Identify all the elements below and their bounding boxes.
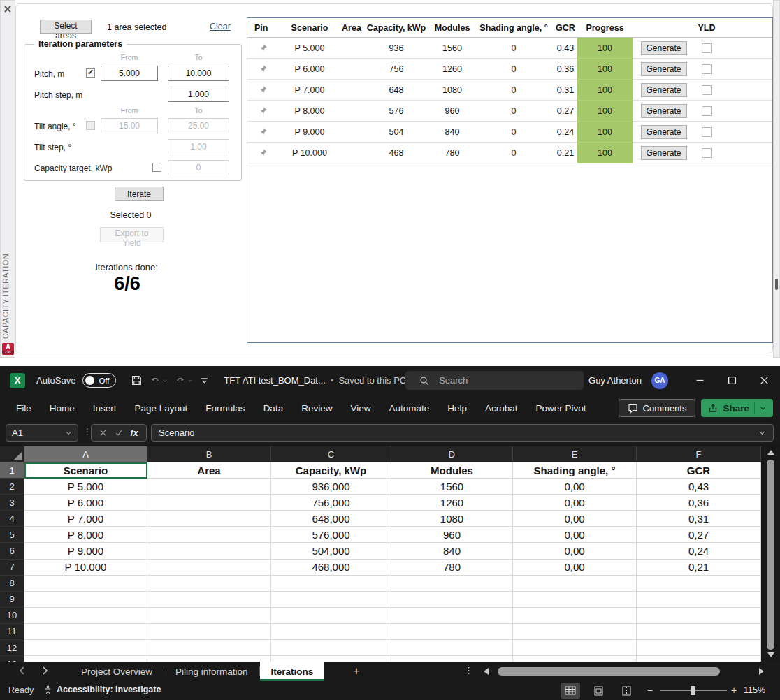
cell-d12[interactable]: [391, 640, 513, 656]
row-header-3[interactable]: 3: [0, 495, 24, 511]
cell-a13[interactable]: [24, 656, 147, 662]
name-box[interactable]: A1: [6, 424, 78, 442]
pin-cell[interactable]: [247, 143, 278, 163]
excel-app-icon[interactable]: X: [10, 373, 25, 388]
cell-c4[interactable]: 648,000: [271, 511, 391, 527]
cell-f6[interactable]: 0,24: [637, 543, 761, 559]
cell-b3[interactable]: [147, 495, 271, 511]
cell-d9[interactable]: [391, 592, 513, 608]
cell-e9[interactable]: [513, 592, 637, 608]
palette-resize-strip[interactable]: [773, 0, 780, 358]
cell-f11[interactable]: [637, 624, 761, 640]
horizontal-scrollbar-thumb[interactable]: [498, 667, 720, 676]
status-ready[interactable]: Ready: [8, 685, 34, 695]
pin-cell[interactable]: [247, 122, 278, 143]
autosave-toggle[interactable]: Off: [82, 373, 116, 388]
row-header-2[interactable]: 2: [0, 479, 24, 495]
column-header-b[interactable]: B: [147, 446, 271, 462]
tilt-from-input[interactable]: [101, 118, 158, 133]
column-header-f[interactable]: F: [637, 446, 761, 462]
scroll-down-icon[interactable]: [767, 652, 774, 657]
sheet-tab-project-overview[interactable]: Project Overview: [70, 662, 164, 681]
cell-d6[interactable]: 840: [391, 543, 513, 559]
cell-f13[interactable]: [637, 656, 761, 662]
vertical-scrollbar-thumb[interactable]: [767, 460, 774, 650]
cell-a1[interactable]: Scenario: [24, 462, 147, 479]
cell-a7[interactable]: P 10.000: [24, 560, 147, 576]
pin-cell[interactable]: [247, 38, 278, 59]
autocad-icon[interactable]: A CAD: [2, 343, 14, 355]
cell-b12[interactable]: [147, 640, 271, 656]
row-header-6[interactable]: 6: [0, 543, 24, 559]
search-box[interactable]: [405, 371, 584, 390]
view-page-break-button[interactable]: [616, 683, 636, 699]
maximize-button[interactable]: [716, 366, 748, 395]
cell-f1[interactable]: GCR: [637, 462, 761, 479]
formula-expand-chevron-icon[interactable]: [758, 429, 766, 437]
cell-c12[interactable]: [271, 640, 391, 656]
cell-a12[interactable]: [24, 640, 147, 656]
row-header-7[interactable]: 7: [0, 560, 24, 576]
zoom-in-button[interactable]: +: [731, 685, 737, 696]
row-header-12[interactable]: 12: [0, 640, 24, 656]
cell-a2[interactable]: P 5.000: [24, 479, 147, 495]
ribbon-tab-power-pivot[interactable]: Power Pivot: [527, 395, 595, 421]
name-box-chevron-icon[interactable]: [65, 430, 72, 437]
cell-c7[interactable]: 468,000: [271, 560, 391, 576]
cell-a6[interactable]: P 9.000: [24, 543, 147, 559]
cell-d5[interactable]: 960: [391, 527, 513, 543]
ribbon-tab-automate[interactable]: Automate: [380, 395, 438, 421]
pitch-to-input[interactable]: [168, 66, 229, 81]
ribbon-tab-data[interactable]: Data: [254, 395, 293, 421]
tilt-checkbox[interactable]: [86, 121, 95, 130]
comments-button[interactable]: Comments: [619, 399, 696, 417]
pin-cell[interactable]: [247, 80, 278, 101]
sheet-tab-piling-information[interactable]: Piling information: [164, 662, 259, 681]
cell-c2[interactable]: 936,000: [271, 479, 391, 495]
cancel-entry-icon[interactable]: [99, 429, 107, 437]
cell-b5[interactable]: [147, 527, 271, 543]
ribbon-tab-help[interactable]: Help: [438, 395, 476, 421]
generate-button[interactable]: Generate: [641, 62, 687, 76]
row-header-9[interactable]: 9: [0, 592, 24, 608]
cell-b7[interactable]: [147, 560, 271, 576]
row-header-8[interactable]: 8: [0, 576, 24, 592]
select-areas-button[interactable]: Select areas: [40, 20, 92, 34]
cell-a11[interactable]: [24, 624, 147, 640]
close-button[interactable]: [748, 366, 780, 395]
ribbon-tab-review[interactable]: Review: [292, 395, 341, 421]
yld-checkbox[interactable]: [702, 85, 712, 95]
share-button[interactable]: Share: [701, 399, 773, 417]
generate-button[interactable]: Generate: [641, 83, 687, 97]
pin-cell[interactable]: [247, 101, 278, 122]
cell-b1[interactable]: Area: [147, 462, 271, 479]
pin-cell[interactable]: [247, 59, 278, 80]
cell-a5[interactable]: P 8.000: [24, 527, 147, 543]
cell-c6[interactable]: 504,000: [271, 543, 391, 559]
capacity-target-input[interactable]: [168, 160, 229, 175]
search-input[interactable]: [438, 374, 549, 386]
share-chevron-icon[interactable]: [760, 405, 766, 411]
cell-c11[interactable]: [271, 624, 391, 640]
cell-e7[interactable]: 0,00: [513, 560, 637, 576]
ribbon-tab-view[interactable]: View: [341, 395, 380, 421]
cell-c13[interactable]: [271, 656, 391, 662]
generate-button[interactable]: Generate: [641, 41, 687, 55]
pitch-checkbox[interactable]: [86, 68, 95, 78]
cell-d11[interactable]: [391, 624, 513, 640]
cell-e4[interactable]: 0,00: [513, 511, 637, 527]
sheet-nav-left-icon[interactable]: [18, 666, 27, 676]
generate-button[interactable]: Generate: [641, 104, 687, 118]
cell-b2[interactable]: [147, 479, 271, 495]
user-name[interactable]: Guy Atherton: [588, 375, 642, 386]
cell-b6[interactable]: [147, 543, 271, 559]
export-to-yield-button[interactable]: Export to Yield: [100, 227, 164, 242]
cell-c8[interactable]: [271, 576, 391, 592]
cell-b8[interactable]: [147, 576, 271, 592]
column-header-c[interactable]: C: [271, 446, 391, 462]
enter-entry-icon[interactable]: [115, 429, 123, 437]
column-header-e[interactable]: E: [513, 446, 637, 462]
cell-e10[interactable]: [513, 608, 637, 624]
user-avatar[interactable]: GA: [651, 372, 668, 389]
view-page-layout-button[interactable]: [588, 683, 608, 699]
